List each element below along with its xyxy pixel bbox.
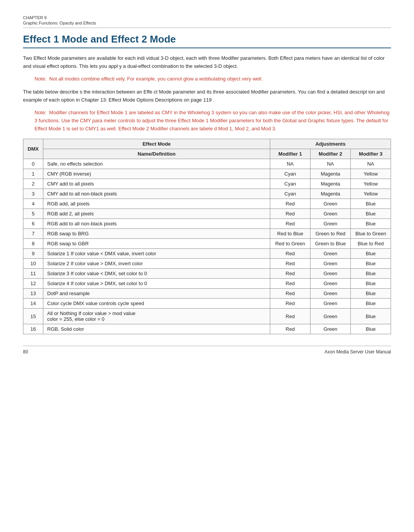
cell-mod1: Red: [270, 249, 310, 259]
note-2: Note: Modifier channels for Effect Mode …: [34, 109, 391, 133]
table-row: 7RGB swap to BRGRed to BlueGreen to RedB…: [23, 229, 391, 239]
cell-name: CMY add to all non-black pixels: [43, 189, 270, 199]
cell-mod3: Blue to Red: [351, 239, 391, 249]
cell-mod1: Red to Green: [270, 239, 310, 249]
note-1-label: Note:: [34, 76, 46, 82]
cell-dmx: 15: [23, 309, 43, 324]
cell-mod3: Yellow: [351, 179, 391, 189]
page-number: 80: [23, 349, 28, 355]
cell-name: RGB swap to BRG: [43, 229, 270, 239]
cell-mod3: Blue: [351, 309, 391, 324]
cell-mod2: Magenta: [310, 169, 351, 179]
cell-mod2: Magenta: [310, 189, 351, 199]
cell-mod3: Blue: [351, 324, 391, 334]
chapter-sub: Graphic Functions: Opacity and Effects: [23, 21, 391, 25]
cell-dmx: 13: [23, 289, 43, 299]
cell-dmx: 10: [23, 259, 43, 269]
cell-mod1: Cyan: [270, 189, 310, 199]
cell-dmx: 5: [23, 209, 43, 219]
cell-mod3: Blue: [351, 269, 391, 279]
note-2-label: Note:: [34, 110, 46, 115]
cell-mod2: Green: [310, 249, 351, 259]
cell-mod1: Red: [270, 269, 310, 279]
table-row: 6RGB add to all non-black pixelsRedGreen…: [23, 219, 391, 229]
cell-name: RGB swap to GBR: [43, 239, 270, 249]
cell-name: Solarize 1 If color value < DMX value, i…: [43, 249, 270, 259]
cell-name: CMY add to all pixels: [43, 179, 270, 189]
cell-dmx: 7: [23, 229, 43, 239]
cell-mod1: Red: [270, 219, 310, 229]
cell-mod3: Blue: [351, 259, 391, 269]
table-header-row-1: DMX Effect Mode Adjustments: [23, 139, 391, 149]
cell-name: RGB add to all non-black pixels: [43, 219, 270, 229]
col-adjustments-header: Adjustments: [270, 139, 391, 149]
cell-name: Safe, no effects selection: [43, 159, 270, 169]
cell-dmx: 1: [23, 169, 43, 179]
cell-name: RGB, Solid color: [43, 324, 270, 334]
cell-name: CMY (RGB inverse): [43, 169, 270, 179]
cell-mod2: Green to Red: [310, 229, 351, 239]
cell-dmx: 16: [23, 324, 43, 334]
cell-name: DotP and resample: [43, 289, 270, 299]
col-name-def-header: Name/Definition: [43, 149, 270, 159]
table-row: 3CMY add to all non-black pixelsCyanMage…: [23, 189, 391, 199]
table-row: 1CMY (RGB inverse)CyanMagentaYellow: [23, 169, 391, 179]
note-2-text: Modifier channels for Effect Mode 1 are …: [34, 110, 389, 131]
body-paragraph-1: Two Effect Mode parameters are available…: [23, 54, 391, 71]
cell-mod1: Red: [270, 209, 310, 219]
cell-dmx: 12: [23, 279, 43, 289]
cell-mod2: Green: [310, 269, 351, 279]
header-divider: [23, 28, 391, 28]
table-row: 2CMY add to all pixelsCyanMagentaYellow: [23, 179, 391, 189]
table-row: 0Safe, no effects selectionNANANA: [23, 159, 391, 169]
cell-mod2: Green: [310, 259, 351, 269]
cell-mod2: Green: [310, 279, 351, 289]
cell-mod3: Blue to Green: [351, 229, 391, 239]
cell-mod1: NA: [270, 159, 310, 169]
table-row: 8RGB swap to GBRRed to GreenGreen to Blu…: [23, 239, 391, 249]
cell-dmx: 6: [23, 219, 43, 229]
cell-mod1: Red: [270, 289, 310, 299]
cell-mod2: Green: [310, 309, 351, 324]
cell-dmx: 4: [23, 199, 43, 209]
cell-mod2: Magenta: [310, 179, 351, 189]
table-header-row-2: Name/Definition Modifier 1 Modifier 2 Mo…: [23, 149, 391, 159]
cell-dmx: 2: [23, 179, 43, 189]
cell-name: RGB add 2, all pixels: [43, 209, 270, 219]
cell-mod2: Green to Blue: [310, 239, 351, 249]
cell-dmx: 9: [23, 249, 43, 259]
cell-mod3: Blue: [351, 199, 391, 209]
cell-mod2: Green: [310, 289, 351, 299]
cell-mod1: Red: [270, 299, 310, 309]
cell-mod3: Blue: [351, 249, 391, 259]
cell-mod3: Blue: [351, 299, 391, 309]
table-row: 14Color cycle DMX value controls cycle s…: [23, 299, 391, 309]
cell-dmx: 14: [23, 299, 43, 309]
table-row: 16RGB, Solid colorRedGreenBlue: [23, 324, 391, 334]
cell-mod2: Green: [310, 209, 351, 219]
cell-mod2: Green: [310, 299, 351, 309]
cell-mod2: Green: [310, 219, 351, 229]
col-modifier-1-header: Modifier 1: [270, 149, 310, 159]
cell-mod2: Green: [310, 199, 351, 209]
chapter-label: CHAPTER 9: [23, 15, 391, 20]
body-paragraph-2: The table below describe s the interacti…: [23, 88, 391, 104]
cell-name: Solarize 3 If color value < DMX, set col…: [43, 269, 270, 279]
cell-dmx: 8: [23, 239, 43, 249]
cell-mod2: NA: [310, 159, 351, 169]
table-row: 9Solarize 1 If color value < DMX value, …: [23, 249, 391, 259]
cell-mod3: Blue: [351, 219, 391, 229]
cell-mod3: NA: [351, 159, 391, 169]
table-row: 4RGB add, all pixelsRedGreenBlue: [23, 199, 391, 209]
cell-name: Solarize 2 If color value > DMX, invert …: [43, 259, 270, 269]
table-row: 12Solarize 4 If color value > DMX, set c…: [23, 279, 391, 289]
col-modifier-3-header: Modifier 3: [351, 149, 391, 159]
cell-mod3: Blue: [351, 289, 391, 299]
table-body: 0Safe, no effects selectionNANANA1CMY (R…: [23, 159, 391, 334]
cell-dmx: 0: [23, 159, 43, 169]
table-row: 15All or Nothing If color value > mod va…: [23, 309, 391, 324]
cell-name: Solarize 4 If color value > DMX, set col…: [43, 279, 270, 289]
effect-mode-table: DMX Effect Mode Adjustments Name/Definit…: [23, 139, 391, 334]
table-row: 10Solarize 2 If color value > DMX, inver…: [23, 259, 391, 269]
cell-name: All or Nothing If color value > mod valu…: [43, 309, 270, 324]
